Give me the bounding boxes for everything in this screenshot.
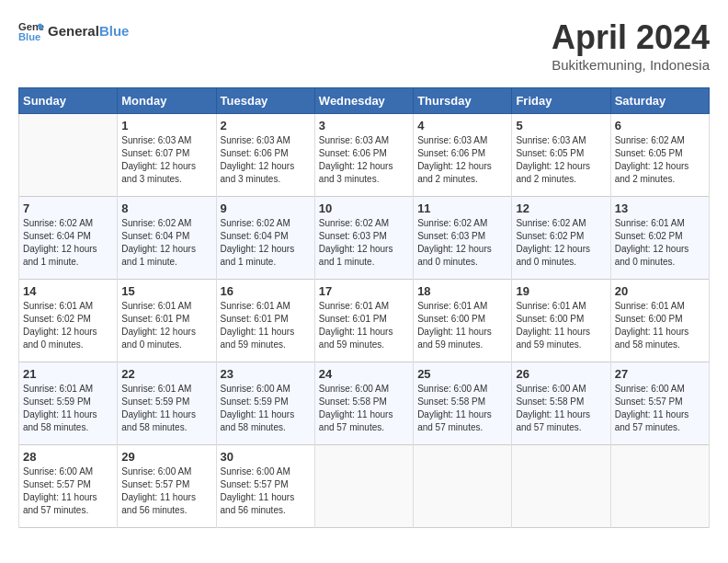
location-title: Bukitkemuning, Indonesia <box>552 57 710 73</box>
calendar-cell: 18Sunrise: 6:01 AM Sunset: 6:00 PM Dayli… <box>414 280 512 362</box>
day-number: 21 <box>23 367 113 381</box>
header: General Blue GeneralBlue April 2024 Buki… <box>18 18 710 73</box>
day-number: 20 <box>615 284 705 298</box>
day-info: Sunrise: 6:02 AM Sunset: 6:03 PM Dayligh… <box>319 217 409 269</box>
day-info: Sunrise: 6:02 AM Sunset: 6:04 PM Dayligh… <box>23 217 113 269</box>
day-info: Sunrise: 6:01 AM Sunset: 6:00 PM Dayligh… <box>615 300 705 351</box>
day-info: Sunrise: 6:01 AM Sunset: 5:59 PM Dayligh… <box>121 383 211 434</box>
day-info: Sunrise: 6:00 AM Sunset: 5:58 PM Dayligh… <box>319 383 409 434</box>
calendar-cell: 14Sunrise: 6:01 AM Sunset: 6:02 PM Dayli… <box>19 280 118 362</box>
day-info: Sunrise: 6:00 AM Sunset: 5:58 PM Dayligh… <box>417 383 507 434</box>
day-number: 29 <box>121 450 211 464</box>
calendar-cell: 24Sunrise: 6:00 AM Sunset: 5:58 PM Dayli… <box>314 362 413 445</box>
header-friday: Friday <box>512 88 610 114</box>
day-number: 26 <box>516 367 606 381</box>
day-number: 27 <box>615 367 705 381</box>
calendar-cell: 1Sunrise: 6:03 AM Sunset: 6:07 PM Daylig… <box>118 114 216 197</box>
calendar-week-row: 21Sunrise: 6:01 AM Sunset: 5:59 PM Dayli… <box>19 362 710 445</box>
header-thursday: Thursday <box>414 88 512 114</box>
calendar-cell: 27Sunrise: 6:00 AM Sunset: 5:57 PM Dayli… <box>610 362 709 445</box>
calendar-cell: 12Sunrise: 6:02 AM Sunset: 6:02 PM Dayli… <box>512 197 610 280</box>
day-number: 18 <box>417 284 507 298</box>
calendar-cell: 10Sunrise: 6:02 AM Sunset: 6:03 PM Dayli… <box>314 197 413 280</box>
day-number: 19 <box>516 284 606 298</box>
header-monday: Monday <box>118 88 216 114</box>
calendar-cell: 29Sunrise: 6:00 AM Sunset: 5:57 PM Dayli… <box>118 445 216 528</box>
calendar-cell: 11Sunrise: 6:02 AM Sunset: 6:03 PM Dayli… <box>414 197 512 280</box>
day-info: Sunrise: 6:03 AM Sunset: 6:06 PM Dayligh… <box>221 134 311 186</box>
calendar-week-row: 7Sunrise: 6:02 AM Sunset: 6:04 PM Daylig… <box>19 197 710 280</box>
day-info: Sunrise: 6:01 AM Sunset: 6:01 PM Dayligh… <box>319 300 409 351</box>
day-number: 13 <box>615 201 705 215</box>
day-number: 12 <box>516 201 606 215</box>
calendar-cell: 23Sunrise: 6:00 AM Sunset: 5:59 PM Dayli… <box>216 362 314 445</box>
day-number: 10 <box>319 201 409 215</box>
day-number: 5 <box>516 119 606 132</box>
calendar-cell: 5Sunrise: 6:03 AM Sunset: 6:05 PM Daylig… <box>512 114 610 197</box>
calendar-week-row: 28Sunrise: 6:00 AM Sunset: 5:57 PM Dayli… <box>19 445 710 528</box>
logo-blue: Blue <box>99 23 130 39</box>
day-info: Sunrise: 6:00 AM Sunset: 5:59 PM Dayligh… <box>221 383 311 434</box>
day-info: Sunrise: 6:01 AM Sunset: 5:59 PM Dayligh… <box>23 383 113 434</box>
day-info: Sunrise: 6:02 AM Sunset: 6:05 PM Dayligh… <box>615 134 705 186</box>
calendar-cell <box>19 114 118 197</box>
day-info: Sunrise: 6:00 AM Sunset: 5:57 PM Dayligh… <box>221 465 311 517</box>
calendar-week-row: 14Sunrise: 6:01 AM Sunset: 6:02 PM Dayli… <box>19 280 710 362</box>
calendar-cell: 25Sunrise: 6:00 AM Sunset: 5:58 PM Dayli… <box>414 362 512 445</box>
day-info: Sunrise: 6:00 AM Sunset: 5:57 PM Dayligh… <box>23 465 113 517</box>
calendar-cell: 21Sunrise: 6:01 AM Sunset: 5:59 PM Dayli… <box>19 362 118 445</box>
calendar-table: SundayMondayTuesdayWednesdayThursdayFrid… <box>18 87 710 528</box>
day-info: Sunrise: 6:01 AM Sunset: 6:02 PM Dayligh… <box>23 300 113 351</box>
day-number: 7 <box>23 201 113 215</box>
day-info: Sunrise: 6:01 AM Sunset: 6:00 PM Dayligh… <box>417 300 507 351</box>
day-info: Sunrise: 6:01 AM Sunset: 6:01 PM Dayligh… <box>121 300 211 351</box>
day-number: 23 <box>221 367 311 381</box>
header-sunday: Sunday <box>19 88 118 114</box>
day-info: Sunrise: 6:03 AM Sunset: 6:05 PM Dayligh… <box>516 134 606 186</box>
day-info: Sunrise: 6:03 AM Sunset: 6:07 PM Dayligh… <box>121 134 211 186</box>
day-info: Sunrise: 6:01 AM Sunset: 6:02 PM Dayligh… <box>615 217 705 269</box>
calendar-cell: 7Sunrise: 6:02 AM Sunset: 6:04 PM Daylig… <box>19 197 118 280</box>
title-area: April 2024 Bukitkemuning, Indonesia <box>552 18 710 73</box>
day-number: 1 <box>121 119 211 132</box>
calendar-week-row: 1Sunrise: 6:03 AM Sunset: 6:07 PM Daylig… <box>19 114 710 197</box>
calendar-cell: 20Sunrise: 6:01 AM Sunset: 6:00 PM Dayli… <box>610 280 709 362</box>
day-info: Sunrise: 6:03 AM Sunset: 6:06 PM Dayligh… <box>417 134 507 186</box>
day-info: Sunrise: 6:02 AM Sunset: 6:04 PM Dayligh… <box>221 217 311 269</box>
logo: General Blue GeneralBlue <box>18 18 129 44</box>
calendar-cell: 19Sunrise: 6:01 AM Sunset: 6:00 PM Dayli… <box>512 280 610 362</box>
calendar-cell: 17Sunrise: 6:01 AM Sunset: 6:01 PM Dayli… <box>314 280 413 362</box>
header-tuesday: Tuesday <box>216 88 314 114</box>
day-info: Sunrise: 6:02 AM Sunset: 6:02 PM Dayligh… <box>516 217 606 269</box>
calendar-cell: 6Sunrise: 6:02 AM Sunset: 6:05 PM Daylig… <box>610 114 709 197</box>
day-number: 3 <box>319 119 409 132</box>
day-number: 25 <box>417 367 507 381</box>
calendar-cell: 4Sunrise: 6:03 AM Sunset: 6:06 PM Daylig… <box>414 114 512 197</box>
day-number: 24 <box>319 367 409 381</box>
calendar-cell: 16Sunrise: 6:01 AM Sunset: 6:01 PM Dayli… <box>216 280 314 362</box>
svg-text:Blue: Blue <box>18 31 40 42</box>
day-number: 2 <box>221 119 311 132</box>
day-info: Sunrise: 6:02 AM Sunset: 6:03 PM Dayligh… <box>417 217 507 269</box>
day-number: 9 <box>221 201 311 215</box>
header-wednesday: Wednesday <box>314 88 413 114</box>
logo-general: General <box>48 23 99 39</box>
day-info: Sunrise: 6:00 AM Sunset: 5:57 PM Dayligh… <box>615 383 705 434</box>
day-info: Sunrise: 6:01 AM Sunset: 6:01 PM Dayligh… <box>221 300 311 351</box>
day-number: 14 <box>23 284 113 298</box>
day-number: 11 <box>417 201 507 215</box>
day-number: 4 <box>417 119 507 132</box>
day-info: Sunrise: 6:03 AM Sunset: 6:06 PM Dayligh… <box>319 134 409 186</box>
calendar-cell: 2Sunrise: 6:03 AM Sunset: 6:06 PM Daylig… <box>216 114 314 197</box>
day-info: Sunrise: 6:02 AM Sunset: 6:04 PM Dayligh… <box>121 217 211 269</box>
day-number: 30 <box>221 450 311 464</box>
calendar-cell: 15Sunrise: 6:01 AM Sunset: 6:01 PM Dayli… <box>118 280 216 362</box>
day-info: Sunrise: 6:00 AM Sunset: 5:57 PM Dayligh… <box>121 465 211 517</box>
calendar-cell: 8Sunrise: 6:02 AM Sunset: 6:04 PM Daylig… <box>118 197 216 280</box>
calendar-cell: 26Sunrise: 6:00 AM Sunset: 5:58 PM Dayli… <box>512 362 610 445</box>
calendar-cell: 13Sunrise: 6:01 AM Sunset: 6:02 PM Dayli… <box>610 197 709 280</box>
day-number: 28 <box>23 450 113 464</box>
day-number: 16 <box>221 284 311 298</box>
calendar-cell: 9Sunrise: 6:02 AM Sunset: 6:04 PM Daylig… <box>216 197 314 280</box>
calendar-header-row: SundayMondayTuesdayWednesdayThursdayFrid… <box>19 88 710 114</box>
